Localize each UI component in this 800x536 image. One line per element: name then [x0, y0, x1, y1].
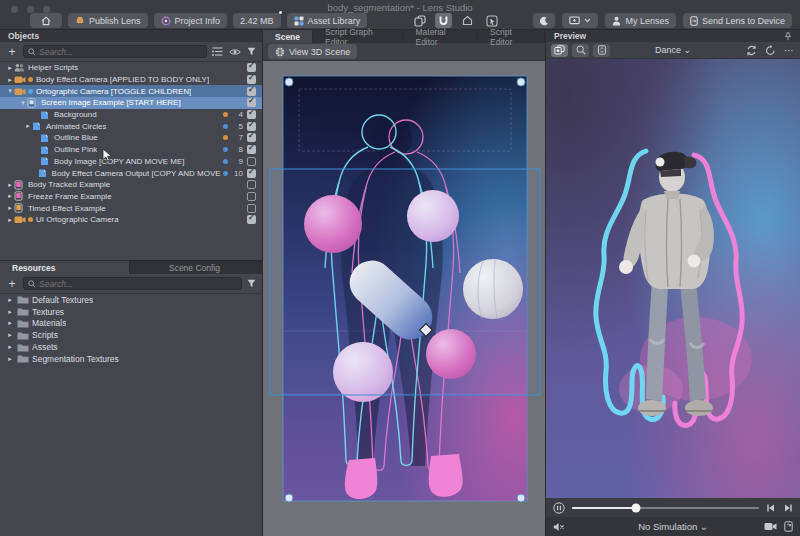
tree-row-outline-blue[interactable]: Outline Blue 7: [0, 132, 262, 144]
swap-camera-icon[interactable]: [746, 45, 757, 56]
filter-icon[interactable]: [247, 47, 256, 56]
home-button[interactable]: [30, 13, 62, 28]
project-info-button[interactable]: Project Info: [154, 13, 228, 28]
step-back-button[interactable]: [766, 503, 776, 513]
pin-icon[interactable]: [784, 32, 792, 41]
eye-icon[interactable]: [229, 48, 241, 56]
tab-scene[interactable]: Scene: [263, 30, 313, 43]
expand-arrow[interactable]: ▸: [6, 355, 14, 363]
expand-arrow[interactable]: ▸: [6, 343, 14, 351]
folder-row-scripts[interactable]: ▸Scripts: [0, 329, 262, 341]
filter-icon[interactable]: [247, 279, 256, 288]
expand-arrow[interactable]: ▸: [6, 296, 14, 304]
tab-material-editor[interactable]: Material Editor: [403, 30, 478, 43]
tree-row-timed-effect-example[interactable]: ▸ Timed Effect Example: [0, 202, 262, 214]
my-lenses-button[interactable]: My Lenses: [605, 13, 676, 28]
folder-row-materials[interactable]: ▸Materials: [0, 318, 262, 330]
tab-script-graph-editor[interactable]: Script Graph Editor: [313, 30, 403, 43]
enabled-checkbox[interactable]: [247, 87, 256, 96]
resources-search[interactable]: [23, 277, 242, 290]
expand-arrow[interactable]: ▸: [6, 76, 14, 84]
enabled-checkbox[interactable]: [247, 169, 256, 178]
enabled-checkbox[interactable]: [247, 215, 256, 224]
enabled-checkbox[interactable]: [247, 122, 256, 131]
preview-panel: Preview Dance ⌄ ⋯: [545, 30, 800, 536]
enabled-checkbox[interactable]: [247, 63, 256, 72]
publish-lens-button[interactable]: Publish Lens: [68, 13, 148, 28]
objects-panel-header: Objects: [0, 30, 262, 42]
image-layer-icon: [38, 168, 50, 178]
tree-row-ortographic-camera[interactable]: ▾ Ortographic Camera [TOGGLE CHILDREN]: [0, 85, 262, 97]
tab-scene-config[interactable]: Scene Config: [130, 261, 260, 274]
folder-row-assets[interactable]: ▸Assets: [0, 341, 262, 353]
enabled-checkbox[interactable]: [247, 110, 256, 119]
tree-row-background[interactable]: Background 4: [0, 109, 262, 121]
enabled-checkbox[interactable]: [247, 180, 256, 189]
tree-row-helper-scripts[interactable]: ▸ Helper Scripts: [0, 62, 262, 74]
folder-row-textures[interactable]: ▸Textures: [0, 306, 262, 318]
theme-toggle-button[interactable]: [533, 13, 555, 28]
tab-resources[interactable]: Resources: [0, 261, 130, 274]
tree-row-body-effect-camera-output[interactable]: Body Effect Camera Output [COPY AND MOVE…: [0, 167, 262, 179]
device-effect-icon: [14, 191, 26, 201]
expand-arrow[interactable]: ▸: [24, 122, 32, 130]
view-3d-scene-button[interactable]: View 3D Scene: [268, 44, 357, 59]
add-device-dropdown[interactable]: [562, 13, 598, 28]
hierarchy-icon[interactable]: [212, 47, 223, 56]
device-effect-icon: [14, 180, 26, 190]
folder-row-segmentation-textures[interactable]: ▸Segmentation Textures: [0, 353, 262, 365]
step-forward-button[interactable]: [783, 503, 793, 513]
objects-view-tools: [212, 47, 256, 56]
collapse-arrow[interactable]: ▾: [6, 87, 14, 95]
playback-slider-knob[interactable]: [631, 503, 640, 512]
pause-button[interactable]: [553, 502, 565, 514]
device-effect-icon: [14, 203, 26, 213]
tree-row-animated-circles[interactable]: ▸ Animated Circles 5: [0, 120, 262, 132]
add-object-button[interactable]: +: [6, 47, 18, 57]
window-title: body_segmentation* - Lens Studio: [0, 2, 800, 13]
enabled-checkbox[interactable]: [247, 133, 256, 142]
image-layer-icon: [40, 133, 52, 143]
enabled-checkbox[interactable]: [247, 204, 256, 213]
objects-search-input[interactable]: [39, 47, 202, 57]
tree-row-screen-image-example[interactable]: ▾ Screen Image Example [START HERE]: [0, 97, 262, 109]
expand-arrow[interactable]: ▸: [6, 216, 14, 224]
tab-script-editor[interactable]: Script Editor: [478, 30, 545, 43]
expand-arrow[interactable]: ▸: [6, 64, 14, 72]
reset-preview-icon[interactable]: [765, 45, 776, 56]
objects-toolbar: +: [0, 42, 262, 62]
tree-row-freeze-frame-example[interactable]: ▸ Freeze Frame Example: [0, 191, 262, 203]
camera-preview-mode-button[interactable]: [551, 44, 568, 57]
expand-arrow[interactable]: ▸: [6, 204, 14, 212]
folder-row-default-textures[interactable]: ▸Default Textures: [0, 294, 262, 306]
project-size-badge[interactable]: 2.42 MB: [233, 13, 281, 28]
enabled-checkbox[interactable]: [247, 145, 256, 154]
tree-row-body-tracked-example[interactable]: ▸ Body Tracked Example: [0, 179, 262, 191]
device-simulation-button[interactable]: [593, 44, 610, 57]
tree-row-body-effect-camera[interactable]: ▸ Body Effect Camera [APPLIED TO BODY ON…: [0, 74, 262, 86]
preview-viewport[interactable]: [546, 59, 800, 498]
resources-search-input[interactable]: [39, 279, 237, 289]
expand-arrow[interactable]: ▸: [6, 181, 14, 189]
tree-row-ui-ortographic-camera[interactable]: ▸ UI Ortographic Camera: [0, 214, 262, 226]
objects-search[interactable]: [23, 45, 207, 58]
scene-viewport[interactable]: [263, 61, 545, 536]
tree-row-body-image[interactable]: Body Image [COPY AND MOVE ME] 9: [0, 156, 262, 168]
layer-dot: [223, 147, 228, 152]
expand-arrow[interactable]: ▸: [6, 308, 14, 316]
zoom-preview-button[interactable]: [572, 44, 589, 57]
send-lens-to-device-button[interactable]: Send Lens to Device: [683, 13, 792, 28]
playback-slider[interactable]: [572, 507, 759, 509]
expand-arrow[interactable]: ▸: [6, 319, 14, 327]
tree-row-outline-pink[interactable]: Outline Pink 8: [0, 144, 262, 156]
expand-arrow[interactable]: ▸: [6, 331, 14, 339]
more-options-icon[interactable]: ⋯: [784, 45, 795, 56]
enabled-checkbox[interactable]: [247, 192, 256, 201]
add-resource-button[interactable]: +: [6, 279, 18, 289]
enabled-checkbox[interactable]: [247, 157, 256, 166]
collapse-arrow[interactable]: ▾: [19, 99, 27, 107]
enabled-checkbox[interactable]: [247, 98, 256, 107]
enabled-checkbox[interactable]: [247, 75, 256, 84]
expand-arrow[interactable]: ▸: [6, 192, 14, 200]
image-layer-icon: [40, 110, 52, 120]
